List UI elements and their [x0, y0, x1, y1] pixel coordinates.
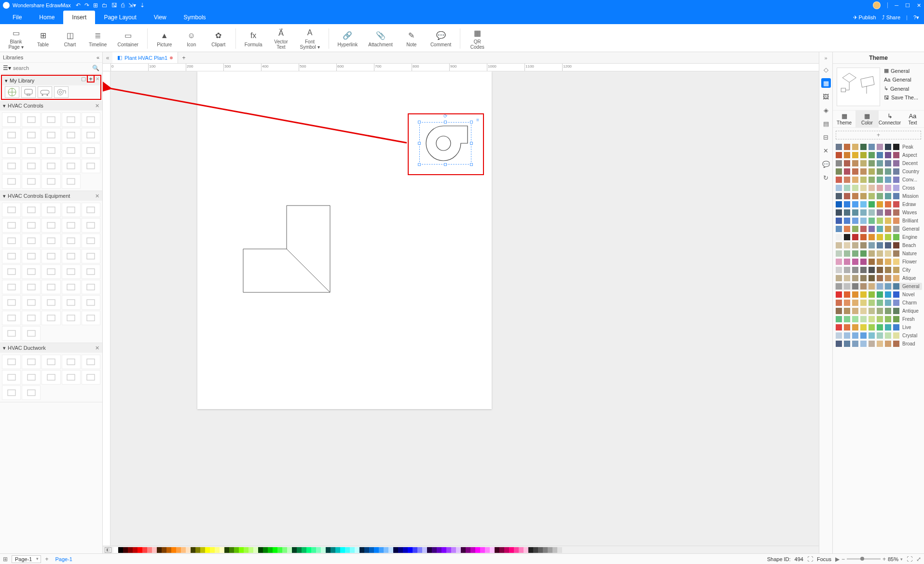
- shape-cell[interactable]: [62, 249, 81, 263]
- shape-cell[interactable]: [82, 203, 100, 217]
- new-icon[interactable]: ⊞: [93, 2, 98, 9]
- shape-cell[interactable]: [22, 355, 41, 369]
- rightstrip-prop-icon[interactable]: ◇: [821, 65, 831, 74]
- shape-cell[interactable]: [41, 311, 60, 325]
- color-swatch[interactable]: [446, 547, 451, 553]
- shape-cell[interactable]: [62, 143, 81, 158]
- color-swatch[interactable]: [162, 547, 166, 553]
- shape-cell[interactable]: [62, 264, 81, 279]
- focus-icon[interactable]: ⛶: [807, 556, 813, 563]
- theme-subtab-theme[interactable]: ▦Theme: [833, 110, 855, 127]
- shape-cell[interactable]: [22, 203, 41, 217]
- shape-cell[interactable]: [22, 159, 41, 173]
- color-swatch[interactable]: [350, 547, 355, 553]
- color-swatch[interactable]: [528, 547, 533, 553]
- window-minimize-icon[interactable]: ─: [895, 2, 898, 8]
- color-swatch[interactable]: [509, 547, 514, 553]
- shape-cell[interactable]: [82, 128, 100, 142]
- shape-cell[interactable]: [22, 311, 41, 325]
- color-swatch[interactable]: [345, 547, 350, 553]
- color-swatch[interactable]: [519, 547, 524, 553]
- color-swatch[interactable]: [277, 547, 282, 553]
- scheme-crystal[interactable]: Crystal: [835, 332, 922, 339]
- color-swatch[interactable]: [297, 547, 302, 553]
- window-maximize-icon[interactable]: ☐: [905, 2, 910, 9]
- color-swatch[interactable]: [422, 547, 427, 553]
- ribbon-note[interactable]: ✎Note: [400, 26, 424, 52]
- shape-cell[interactable]: [2, 112, 21, 127]
- color-swatch[interactable]: [118, 547, 123, 553]
- color-swatch[interactable]: [248, 547, 253, 553]
- shape-cell[interactable]: [2, 128, 21, 142]
- rightstrip-theme-icon[interactable]: ▦: [821, 78, 831, 88]
- shape-cell[interactable]: [2, 385, 21, 400]
- shape-cell[interactable]: [22, 326, 41, 341]
- publish-button[interactable]: ✈Publish: [853, 14, 876, 21]
- shape-cell[interactable]: [22, 385, 41, 400]
- shape-cell[interactable]: [22, 234, 41, 248]
- scheme-conv[interactable]: Conv...: [835, 176, 922, 183]
- color-swatch[interactable]: [437, 547, 441, 553]
- undo-icon[interactable]: ↶: [76, 2, 81, 9]
- color-swatch[interactable]: [133, 547, 138, 553]
- mylib-shape-3[interactable]: [38, 86, 52, 98]
- color-swatch[interactable]: [316, 547, 321, 553]
- section-hvac-ductwork[interactable]: ▾HVAC Ductwork✕: [0, 343, 102, 353]
- color-swatch[interactable]: [359, 547, 364, 553]
- color-swatch[interactable]: [538, 547, 543, 553]
- color-swatch[interactable]: [181, 547, 186, 553]
- color-swatch[interactable]: [340, 547, 345, 553]
- color-swatch[interactable]: [302, 547, 306, 553]
- shape-cell[interactable]: [62, 234, 81, 248]
- color-swatch[interactable]: [326, 547, 331, 553]
- color-swatch[interactable]: [215, 547, 220, 553]
- zoom-slider[interactable]: [847, 558, 881, 560]
- color-swatch[interactable]: [157, 547, 162, 553]
- color-swatch[interactable]: [166, 547, 171, 553]
- ribbon-clipart[interactable]: ✿Clipart: [207, 26, 231, 52]
- color-swatch[interactable]: [335, 547, 340, 553]
- rightstrip-history-icon[interactable]: ↻: [821, 173, 831, 182]
- document-tab[interactable]: ◧ Plant HVAC Plan1: [112, 52, 178, 63]
- redo-icon[interactable]: ↷: [84, 2, 89, 9]
- shape-cell[interactable]: [41, 143, 60, 158]
- color-swatch[interactable]: [142, 547, 147, 553]
- color-swatch[interactable]: [220, 547, 224, 553]
- shape-cell[interactable]: [82, 234, 100, 248]
- shape-cell[interactable]: [62, 295, 81, 310]
- rotate-handle-icon[interactable]: ⟳: [443, 113, 447, 119]
- color-swatch[interactable]: [524, 547, 528, 553]
- shape-cell[interactable]: [2, 355, 21, 369]
- open-icon[interactable]: 🗀: [102, 2, 108, 9]
- shape-cell[interactable]: [22, 295, 41, 310]
- scheme-cross[interactable]: Cross: [835, 184, 922, 192]
- color-swatch[interactable]: [282, 547, 287, 553]
- scheme-nature[interactable]: Nature: [835, 250, 922, 257]
- shape-cell[interactable]: [82, 355, 100, 369]
- color-swatch[interactable]: [504, 547, 509, 553]
- shape-cell[interactable]: [2, 311, 21, 325]
- tab-view[interactable]: View: [145, 11, 175, 24]
- color-swatch[interactable]: [552, 547, 557, 553]
- tabs-collapse-icon[interactable]: «: [103, 52, 112, 63]
- shape-cell[interactable]: [2, 143, 21, 158]
- help-button[interactable]: ?▾: [913, 14, 919, 21]
- color-swatch[interactable]: [398, 547, 403, 553]
- color-swatch[interactable]: [147, 547, 152, 553]
- color-swatch[interactable]: [432, 547, 437, 553]
- shape-cell[interactable]: [22, 174, 41, 189]
- ribbon-chart[interactable]: ◫Chart: [58, 26, 82, 52]
- print-icon[interactable]: ⎙: [121, 2, 124, 9]
- section-close-icon[interactable]: ✕: [95, 103, 99, 109]
- shape-cell[interactable]: [82, 264, 100, 279]
- theme-add-button[interactable]: +: [836, 131, 921, 139]
- shape-cell[interactable]: [41, 280, 60, 294]
- shape-cell[interactable]: [82, 249, 100, 263]
- color-swatch[interactable]: [475, 547, 480, 553]
- shape-cell[interactable]: [62, 128, 81, 142]
- canvas-shape-lblock[interactable]: [243, 206, 332, 295]
- color-swatch[interactable]: [138, 547, 142, 553]
- shape-cell[interactable]: [82, 295, 100, 310]
- shape-cell[interactable]: [2, 370, 21, 385]
- color-swatch[interactable]: [191, 547, 195, 553]
